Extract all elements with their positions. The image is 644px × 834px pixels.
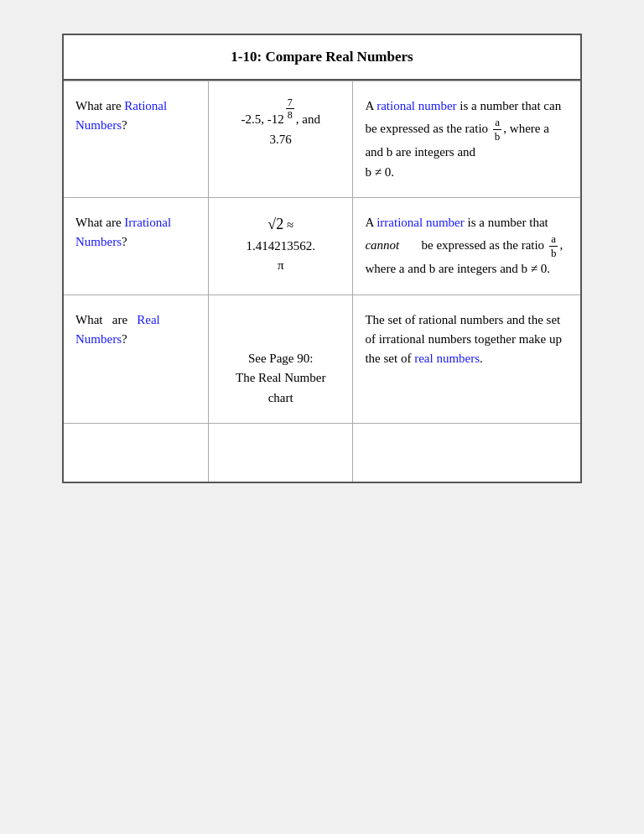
cannot-text: cannot: [365, 238, 399, 252]
table-row-empty: [64, 423, 580, 482]
example-rational-376: 3.76: [270, 133, 292, 146]
chart-label: chart: [268, 391, 293, 404]
pi-symbol: π: [278, 258, 284, 272]
table-row: What are Rational Numbers? -2.5, -1278, …: [64, 81, 580, 198]
definition-cell-real: The set of rational numbers and the set …: [353, 295, 580, 423]
question-prefix: What are: [75, 99, 124, 112]
real-numbers-term: real numbers: [414, 352, 480, 365]
question-cell-irrational: What are Irrational Numbers?: [64, 197, 208, 295]
table-row: What are Real Numbers? See Page 90: The …: [64, 295, 580, 423]
empty-question-cell: [64, 423, 208, 482]
question-prefix-3: What are: [75, 313, 137, 326]
example-cell-real: See Page 90: The Real Number chart: [208, 295, 352, 423]
example-cell-rational: -2.5, -1278, and 3.76: [208, 81, 352, 198]
question-suffix-2: ?: [122, 235, 127, 248]
real-number-chart-label: The Real Number: [236, 371, 325, 384]
fraction-a-over-b-1: ab: [493, 116, 502, 143]
irrational-number-term: irrational number: [377, 216, 465, 229]
sqrt2-symbol: √2: [267, 216, 283, 232]
example-rational-text: -2.5, -12: [241, 112, 283, 126]
approx-symbol: ≈: [287, 218, 293, 232]
definition-cell-irrational: A irrational number is a number that can…: [353, 197, 580, 295]
sqrt2-value: 1.414213562.: [246, 239, 315, 253]
empty-definition-cell: [353, 423, 580, 482]
see-page-label: See Page 90:: [248, 352, 313, 365]
example-cell-irrational: √2 ≈ 1.414213562. π: [208, 197, 352, 295]
question-cell-real: What are Real Numbers?: [64, 295, 208, 423]
empty-example-cell: [208, 423, 352, 482]
question-prefix-2: What are: [75, 216, 124, 229]
table-body: What are Rational Numbers? -2.5, -1278, …: [64, 81, 580, 482]
rational-number-term: rational number: [377, 99, 456, 112]
main-table: 1-10: Compare Real Numbers What are Rati…: [62, 34, 582, 483]
definition-cell-rational: A rational number is a number that can b…: [353, 81, 580, 198]
table-title: 1-10: Compare Real Numbers: [64, 35, 580, 81]
neg12-fraction: 78: [286, 96, 294, 122]
table-row: What are Irrational Numbers? √2 ≈ 1.4142…: [64, 197, 580, 295]
example-rational-and: , and: [296, 112, 320, 126]
question-cell-rational: What are Rational Numbers?: [64, 81, 208, 198]
question-suffix-3: ?: [122, 332, 127, 346]
fraction-a-over-b-2: ab: [549, 232, 558, 259]
question-suffix: ?: [122, 118, 127, 132]
